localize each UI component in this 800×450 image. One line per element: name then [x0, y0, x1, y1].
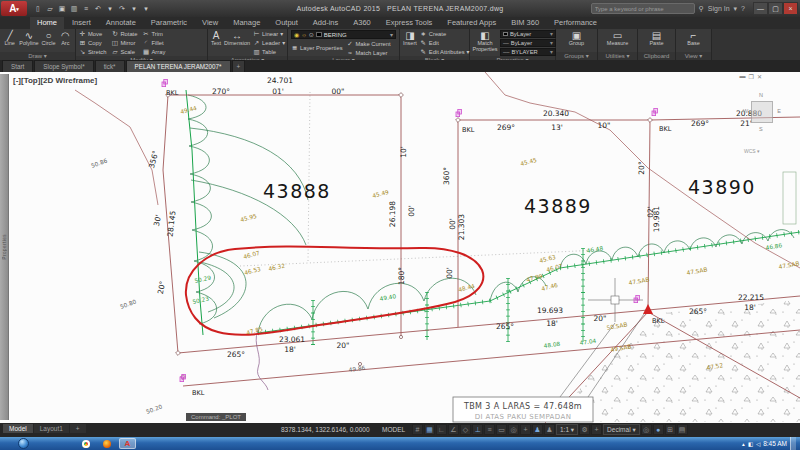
show-desktop-button[interactable] — [790, 437, 796, 450]
fillet-button[interactable]: ◜Fillet — [142, 39, 165, 47]
qat-icon-8[interactable]: ▾ — [129, 3, 139, 14]
ortho-mode-toggle[interactable]: ∟ — [436, 424, 447, 435]
viewport-controls[interactable]: [-][Top][2D Wireframe] — [13, 76, 97, 85]
ribbon-tab-home[interactable]: Home — [30, 17, 64, 29]
ribbon-tab-insert[interactable]: Insert — [65, 17, 98, 29]
workspace-gear-toggle[interactable]: ⚙ — [579, 424, 590, 435]
polar-tracking-toggle[interactable]: ∠ — [448, 424, 459, 435]
ribbon-tab-annotate[interactable]: Annotate — [99, 17, 143, 29]
sign-in-link[interactable]: Sign In — [708, 5, 730, 12]
qat-icon-2[interactable]: ▣ — [57, 3, 67, 14]
hardware-acceleration-toggle[interactable]: ● — [653, 424, 664, 435]
create-block-button[interactable]: ∗Create — [420, 30, 470, 38]
taskbar-app-photo-viewer[interactable] — [140, 438, 157, 449]
match-layer-button[interactable]: ≈Match Layer — [347, 49, 391, 56]
dynamic-input-toggle[interactable]: + — [520, 424, 531, 435]
taskbar-app-firefox[interactable] — [98, 438, 115, 449]
minimize-button[interactable]: — — [753, 2, 768, 15]
copy-button[interactable]: ⊞Copy — [79, 39, 106, 47]
doc-minimize-icon[interactable]: ▬ — [740, 73, 746, 80]
ribbon-tab-express-tools[interactable]: Express Tools — [379, 17, 440, 29]
units-chip[interactable]: Decimal ▾ — [603, 424, 640, 435]
circle-button[interactable]: ○Circle — [42, 30, 56, 47]
file-tab[interactable]: Slope Symbol* — [34, 60, 93, 72]
table-button[interactable]: ▥Table — [253, 48, 285, 56]
arc-button[interactable]: ◠Arc — [59, 30, 72, 47]
edit-attributes-button[interactable]: ✎Edit Attributes ▾ — [420, 48, 470, 56]
rotate-button[interactable]: ↻Rotate — [111, 30, 137, 38]
ribbon-tab-bim-360[interactable]: BIM 360 — [504, 17, 546, 29]
qat-icon-4[interactable]: ≡ — [81, 3, 91, 14]
annotation-add-toggle[interactable]: + — [591, 424, 602, 435]
trim-button[interactable]: ✂Trim — [142, 30, 165, 38]
isometric-drafting-toggle[interactable]: ◇ — [460, 424, 471, 435]
text-button[interactable]: AText — [211, 30, 221, 47]
group-button[interactable]: ▣Group — [566, 30, 588, 47]
infer-constraints-toggle[interactable]: # — [412, 424, 423, 435]
qat-icon-3[interactable]: ▥ — [69, 3, 79, 14]
viewcube-face[interactable] — [751, 101, 773, 123]
ribbon-tab-a360[interactable]: A360 — [346, 17, 378, 29]
move-button[interactable]: ✛Move — [79, 30, 106, 38]
linear-button[interactable]: ⊢Linear ▾ — [253, 30, 285, 38]
dimension-button[interactable]: ↔Dimension — [224, 30, 250, 47]
mirror-button[interactable]: ◫Mirror — [111, 39, 137, 47]
qat-icon-9[interactable]: ▾ — [141, 3, 151, 14]
scale-button[interactable]: ▱Scale — [111, 48, 137, 56]
object-snap-toggle[interactable]: ⊥ — [472, 424, 483, 435]
object-color-dropdown[interactable]: ByLayer▾ — [500, 30, 556, 38]
annotation-visibility-toggle[interactable]: ♟ — [532, 424, 543, 435]
array-button[interactable]: ▦Array — [142, 48, 165, 56]
new-drawing-tab-button[interactable]: + — [232, 60, 246, 72]
ribbon-tab-featured-apps[interactable]: Featured Apps — [440, 17, 503, 29]
help-icon[interactable]: ? — [741, 5, 745, 12]
stretch-button[interactable]: ↘Stretch — [79, 48, 106, 56]
make-current-button[interactable]: ✓Make Current — [347, 40, 391, 48]
line-button[interactable]: ╱Line — [3, 30, 16, 47]
qat-icon-5[interactable]: ↶ — [93, 3, 103, 14]
transparency-toggle[interactable]: ▭ — [496, 424, 507, 435]
measure-button[interactable]: ▭Measure — [607, 30, 629, 47]
new-layout-button[interactable]: + — [70, 424, 86, 433]
panel-label-view[interactable]: View ▾ — [676, 52, 711, 60]
paste-button[interactable]: ▤Paste — [646, 30, 668, 47]
tray-expand-icon[interactable]: ▴ — [742, 441, 745, 447]
qat-icon-7[interactable]: ↷ — [117, 3, 127, 14]
layout1-tab[interactable]: Layout1 — [34, 424, 69, 433]
close-button[interactable]: × — [783, 2, 798, 15]
autoscale-toggle[interactable]: ♟ — [544, 424, 555, 435]
leader-button[interactable]: ↗Leader ▾ — [253, 39, 285, 47]
ribbon-tab-view[interactable]: View — [195, 17, 225, 29]
doc-restore-icon[interactable]: ❐ — [749, 73, 754, 80]
taskbar-app-chrome[interactable] — [77, 438, 94, 449]
selection-cycling-toggle[interactable]: ◎ — [508, 424, 519, 435]
start-button[interactable] — [18, 438, 29, 449]
taskbar-clock[interactable]: 8:45 AM — [763, 440, 787, 447]
chevron-down-icon[interactable]: ▾ — [734, 5, 738, 13]
annotation-scale-chip[interactable]: 1:1 ▾ — [556, 424, 578, 435]
viewcube[interactable]: N S W E — [744, 94, 780, 130]
polyline-button[interactable]: ∿Polyline — [19, 30, 38, 47]
isolate-objects-toggle[interactable]: ◎ — [641, 424, 652, 435]
customization-toggle[interactable]: ▤ — [677, 424, 688, 435]
file-tab[interactable]: Start — [2, 60, 33, 72]
doc-close-icon[interactable]: ✕ — [757, 73, 762, 80]
file-tab[interactable]: tick* — [95, 60, 125, 72]
drawing-area[interactable]: TBM 3 A LARAS = 47.648m DI ATAS PAKU SEM… — [0, 72, 800, 423]
infocenter-search-input[interactable] — [591, 3, 695, 14]
search-icon[interactable]: ⚲ — [699, 5, 704, 13]
ribbon-tab-performance[interactable]: Performance — [547, 17, 604, 29]
insert-button[interactable]: ◨Insert — [403, 30, 417, 47]
taskbar-app-autocad[interactable]: A — [119, 438, 136, 449]
lineweight-dropdown[interactable]: —ByLayer▾ — [500, 39, 556, 47]
tray-network-icon[interactable]: ◧ — [748, 441, 753, 447]
lineweight-toggle[interactable]: ≡ — [484, 424, 495, 435]
clean-screen-toggle[interactable]: ⊞ — [665, 424, 676, 435]
linetype-dropdown[interactable]: ––BYLAYER▾ — [500, 48, 556, 56]
collapsed-palette-bar[interactable]: Properties — [0, 74, 9, 420]
model-tab[interactable]: Model — [3, 424, 33, 433]
ribbon-tab-parametric[interactable]: Parametric — [144, 17, 194, 29]
file-tab[interactable]: PELAN TERENA JERAM2007* — [126, 60, 231, 72]
ribbon-tab-manage[interactable]: Manage — [226, 17, 267, 29]
panel-label-utilities[interactable]: Utilities ▾ — [598, 52, 637, 60]
